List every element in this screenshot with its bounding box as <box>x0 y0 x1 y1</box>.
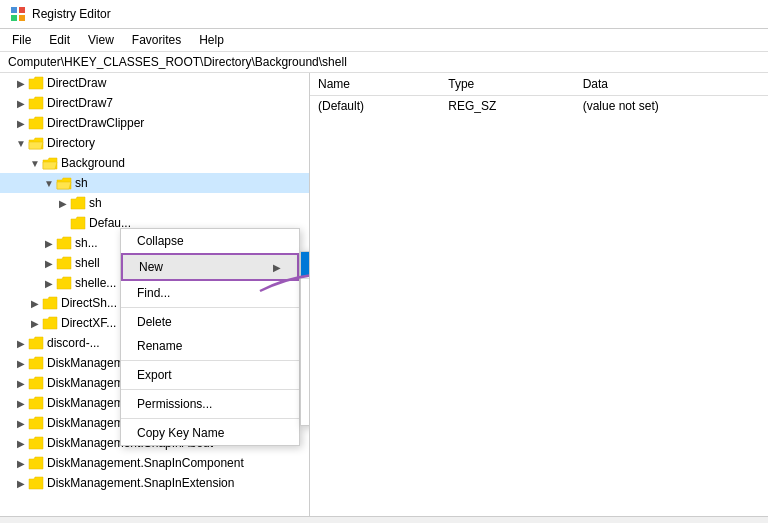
svg-rect-3 <box>19 15 25 21</box>
expand-arrow: ▶ <box>56 218 70 229</box>
submenu-expandablestringvalue[interactable]: Expandable String Value <box>301 401 310 425</box>
folder-icon <box>28 456 44 470</box>
expand-arrow: ▶ <box>14 378 28 389</box>
submenu-dwordvalue[interactable]: DWORD (32-bit) Value <box>301 329 310 353</box>
submenu-binaryvalue[interactable]: Binary Value <box>301 305 310 329</box>
folder-icon <box>28 356 44 370</box>
tree-label: DiskManagement.SnapInComponent <box>47 456 244 470</box>
tree-label: DirectDraw <box>47 76 106 90</box>
details-panel: Name Type Data (Default) REG_SZ (value n… <box>310 73 768 516</box>
ctx-rename[interactable]: Rename <box>121 334 299 358</box>
tree-label: Directory <box>47 136 95 150</box>
expand-arrow: ▶ <box>56 198 70 209</box>
tree-item-diskmgmt-snapincomponent[interactable]: ▶ DiskManagement.SnapInComponent <box>0 453 309 473</box>
address-bar: Computer\HKEY_CLASSES_ROOT\Directory\Bac… <box>0 52 768 73</box>
menu-item-file[interactable]: File <box>4 31 39 49</box>
folder-icon <box>42 296 58 310</box>
folder-open-icon <box>28 136 44 150</box>
ctx-export-label: Export <box>137 368 172 382</box>
ctx-permissions[interactable]: Permissions... <box>121 392 299 416</box>
expand-arrow: ▶ <box>14 78 28 89</box>
ctx-copykeyname-label: Copy Key Name <box>137 426 224 440</box>
col-type: Type <box>440 73 574 96</box>
folder-icon <box>28 76 44 90</box>
status-bar <box>0 516 768 523</box>
expand-arrow: ▶ <box>14 118 28 129</box>
ctx-separator-3 <box>121 389 299 390</box>
main-content: ▶ DirectDraw ▶ DirectDraw7 ▶ DirectDrawC… <box>0 73 768 516</box>
ctx-separator-1 <box>121 307 299 308</box>
folder-icon <box>28 436 44 450</box>
expand-arrow: ▼ <box>28 158 42 169</box>
table-row: (Default) REG_SZ (value not set) <box>310 96 768 117</box>
tree-label: discord-... <box>47 336 100 350</box>
folder-icon <box>28 396 44 410</box>
folder-icon <box>28 376 44 390</box>
tree-label: DirectXF... <box>61 316 116 330</box>
ctx-collapse[interactable]: Collapse <box>121 229 299 253</box>
folder-icon <box>56 236 72 250</box>
tree-item-diskmgmt-snapinextension[interactable]: ▶ DiskManagement.SnapInExtension <box>0 473 309 493</box>
expand-arrow: ▶ <box>14 338 28 349</box>
svg-rect-2 <box>11 15 17 21</box>
folder-open-icon <box>56 176 72 190</box>
folder-icon <box>28 116 44 130</box>
tree-item-shell[interactable]: ▼ sh <box>0 173 309 193</box>
submenu-qwordvalue[interactable]: QWORD (64-bit) Value <box>301 353 310 377</box>
menu-item-view[interactable]: View <box>80 31 122 49</box>
folder-icon <box>56 256 72 270</box>
tree-item-sub-sh[interactable]: ▶ sh <box>0 193 309 213</box>
folder-icon <box>42 316 58 330</box>
folder-icon <box>70 196 86 210</box>
expand-arrow: ▶ <box>14 418 28 429</box>
tree-label: shelle... <box>75 276 116 290</box>
tree-label: sh <box>89 196 102 210</box>
expand-arrow: ▶ <box>28 298 42 309</box>
title-bar: Registry Editor <box>0 0 768 29</box>
ctx-collapse-label: Collapse <box>137 234 184 248</box>
tree-item-directdrawclipper[interactable]: ▶ DirectDrawClipper <box>0 113 309 133</box>
ctx-delete[interactable]: Delete <box>121 310 299 334</box>
menu-item-edit[interactable]: Edit <box>41 31 78 49</box>
tree-item-background[interactable]: ▼ Background <box>0 153 309 173</box>
folder-icon <box>28 336 44 350</box>
ctx-separator-4 <box>121 418 299 419</box>
tree-label: shell <box>75 256 100 270</box>
tree-item-directdraw[interactable]: ▶ DirectDraw <box>0 73 309 93</box>
menu-item-help[interactable]: Help <box>191 31 232 49</box>
expand-arrow: ▶ <box>42 278 56 289</box>
ctx-copykeyname[interactable]: Copy Key Name <box>121 421 299 445</box>
svg-rect-1 <box>19 7 25 13</box>
submenu-multistringvalue[interactable]: Multi-String Value <box>301 377 310 401</box>
col-name: Name <box>310 73 440 96</box>
expand-arrow: ▶ <box>42 238 56 249</box>
menu-bar: FileEditViewFavoritesHelp <box>0 29 768 52</box>
tree-panel[interactable]: ▶ DirectDraw ▶ DirectDraw7 ▶ DirectDrawC… <box>0 73 310 516</box>
tree-label: sh <box>75 176 88 190</box>
expand-arrow: ▶ <box>14 98 28 109</box>
row-name: (Default) <box>310 96 440 117</box>
expand-arrow: ▶ <box>42 258 56 269</box>
expand-arrow: ▶ <box>28 318 42 329</box>
ctx-permissions-label: Permissions... <box>137 397 212 411</box>
details-table: Name Type Data (Default) REG_SZ (value n… <box>310 73 768 116</box>
arrow-pointer <box>250 261 310 304</box>
expand-arrow: ▼ <box>42 178 56 189</box>
expand-arrow: ▼ <box>14 138 28 149</box>
folder-open-icon <box>42 156 58 170</box>
folder-icon <box>28 476 44 490</box>
address-path: Computer\HKEY_CLASSES_ROOT\Directory\Bac… <box>8 55 347 69</box>
row-data: (value not set) <box>575 96 768 117</box>
ctx-export[interactable]: Export <box>121 363 299 387</box>
expand-arrow: ▶ <box>14 438 28 449</box>
menu-item-favorites[interactable]: Favorites <box>124 31 189 49</box>
tree-item-directory[interactable]: ▼ Directory <box>0 133 309 153</box>
tree-item-directdraw7[interactable]: ▶ DirectDraw7 <box>0 93 309 113</box>
ctx-new-label: New <box>139 260 163 274</box>
expand-arrow: ▶ <box>14 478 28 489</box>
svg-rect-0 <box>11 7 17 13</box>
tree-label: sh... <box>75 236 98 250</box>
tree-label: DiskManagement.SnapInExtension <box>47 476 234 490</box>
tree-label: DirectDrawClipper <box>47 116 144 130</box>
expand-arrow: ▶ <box>14 398 28 409</box>
